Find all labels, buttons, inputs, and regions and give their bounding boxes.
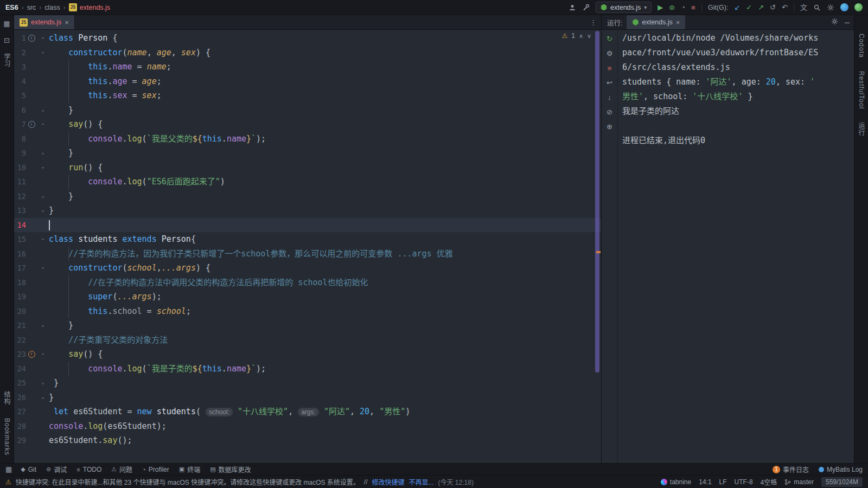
toolwindow-button-TODO[interactable]: ≡TODO — [76, 466, 101, 473]
code-line-10[interactable]: 10▾ run() { — [14, 160, 601, 175]
tabnine-indicator[interactable]: tabnine — [661, 478, 691, 486]
code-with-me-users-icon[interactable] — [569, 4, 576, 11]
code-line-5[interactable]: 5 this.sex = sex; — [14, 88, 601, 103]
next-issue-icon[interactable]: ∨ — [587, 33, 591, 40]
code-line-27[interactable]: 27 let es6Student = new students( school… — [14, 404, 601, 419]
run-tab-extends-js[interactable]: extends.js × — [627, 15, 685, 29]
scroll-to-end-icon[interactable]: ↓ — [608, 94, 611, 101]
commit-toolwindow-icon[interactable]: ⊡ — [4, 36, 10, 44]
debug-button[interactable]: ⊚ — [669, 4, 675, 11]
toolwindow-stripe-结构[interactable]: 结构 — [2, 391, 11, 405]
fold-marker[interactable]: ▴ — [37, 318, 49, 333]
code-line-6[interactable]: 6▴ } — [14, 103, 601, 118]
stop-button[interactable]: ■ — [691, 4, 695, 11]
code-line-9[interactable]: 9▴ } — [14, 146, 601, 160]
code-line-12[interactable]: 12▴ } — [14, 189, 601, 204]
code-line-24[interactable]: 24 console.log(`我是子类的${this.name}`); — [14, 362, 601, 376]
fold-marker[interactable]: ▾ — [37, 232, 49, 247]
vcs-push-button[interactable]: ↗ — [758, 4, 764, 11]
code-line-28[interactable]: 28console.log(es6Student); — [14, 419, 601, 434]
toolwindow-button-MyBatis Log[interactable]: MyBatis Log — [819, 466, 863, 473]
toolwindow-stripe-Bookmarks[interactable]: Bookmarks — [3, 418, 11, 455]
more-tabs-icon[interactable]: ⋮ — [590, 18, 601, 27]
plugin-avatar-icon[interactable] — [854, 3, 863, 11]
fold-marker[interactable]: ▴ — [37, 376, 49, 390]
toolwindow-stripe-运行[interactable]: 运行 — [857, 122, 866, 136]
fold-marker[interactable]: ▾ — [37, 46, 49, 60]
dont-show-again-link[interactable]: 不再显... — [409, 477, 434, 486]
settings-gear-icon[interactable] — [827, 4, 834, 11]
fold-marker[interactable]: ▾ — [37, 347, 49, 362]
fold-marker[interactable]: ▴ — [37, 103, 49, 118]
breadcrumb-project[interactable]: ES6 — [5, 4, 18, 11]
overridden-method-icon[interactable]: ↓ — [26, 31, 37, 46]
status-widget-14:1[interactable]: 14:1 — [699, 478, 711, 486]
code-line-21[interactable]: 21▴ } — [14, 318, 601, 333]
toolwindow-stripe-Codota[interactable]: Codota — [858, 34, 865, 58]
code-line-13[interactable]: 13▴} — [14, 203, 601, 218]
rerun-icon[interactable]: ↻ — [607, 35, 612, 42]
editor-tab-extends-js[interactable]: JS extends.js × — [14, 15, 75, 29]
fold-marker[interactable]: ▾ — [37, 160, 49, 175]
code-line-4[interactable]: 4 this.age = age; — [14, 74, 601, 89]
code-line-29[interactable]: 29es6Student.say(); — [14, 433, 601, 448]
run-output[interactable]: /usr/local/bin/node /Volumes/share/works… — [618, 30, 854, 463]
vcs-update-button[interactable]: ↙ — [734, 4, 740, 11]
translate-icon[interactable]: 文 — [800, 4, 807, 11]
vcs-commit-button[interactable]: ✓ — [746, 4, 752, 11]
code-line-15[interactable]: 15▾class students extends Person{ — [14, 232, 601, 247]
vcs-history-button[interactable]: ↺ — [770, 4, 776, 11]
breadcrumb-class[interactable]: class — [44, 4, 60, 11]
coverage-button[interactable]: ◔ — [681, 4, 685, 11]
code-line-1[interactable]: 1↓▾class Person { — [14, 31, 601, 46]
run-settings-icon[interactable]: ⚙ — [607, 50, 613, 57]
search-everywhere-icon[interactable] — [813, 4, 821, 11]
status-widget-LF[interactable]: LF — [719, 478, 727, 486]
editor-scrollbar-thumb[interactable] — [595, 31, 599, 373]
inspection-widget[interactable]: ⚠1 ∧ ∨ — [561, 32, 591, 40]
fold-marker[interactable]: ▾ — [37, 117, 49, 132]
status-widget-4空格[interactable]: 4空格 — [761, 477, 777, 486]
toolwindow-stripe-学习[interactable]: 学习 — [2, 53, 11, 67]
modify-shortcuts-link[interactable]: 修改快捷键 — [372, 477, 404, 486]
vcs-rollback-button[interactable]: ↶ — [782, 4, 788, 11]
run-button[interactable]: ▶ — [658, 4, 663, 11]
breadcrumb-src[interactable]: src — [27, 4, 36, 11]
prev-issue-icon[interactable]: ∧ — [579, 33, 583, 40]
code-line-18[interactable]: 18 //在子类的构造方法中调用父类的构造方法后再把新增的 school也给初始… — [14, 275, 601, 290]
stop-icon[interactable]: ■ — [608, 65, 612, 72]
git-branch-indicator[interactable]: master — [784, 478, 814, 486]
run-config-selector[interactable]: extends.js ▾ — [596, 2, 652, 13]
code-line-17[interactable]: 17▾ constructor(school,...args) { — [14, 261, 601, 275]
editor[interactable]: 1↓▾class Person {2▾ constructor(name, ag… — [14, 30, 601, 463]
code-line-14[interactable]: 14 — [14, 218, 601, 233]
wrench-icon[interactable] — [582, 4, 590, 11]
toolwindow-stripe-RestfulTool[interactable]: RestfulTool — [858, 71, 865, 109]
fold-marker[interactable]: ▴ — [37, 390, 49, 405]
breadcrumb-file[interactable]: extends.js — [80, 4, 110, 11]
fold-marker[interactable]: ▴ — [37, 203, 49, 218]
close-icon[interactable]: × — [65, 18, 69, 27]
minimize-icon[interactable]: ─ — [845, 18, 850, 27]
toolwindow-button-问题[interactable]: ⚠问题 — [111, 465, 132, 474]
toolwindow-button-事件日志[interactable]: 1事件日志 — [773, 465, 809, 474]
codota-avatar-icon[interactable] — [840, 3, 848, 11]
pin-icon[interactable]: ⊕ — [607, 123, 612, 130]
softwrap-icon[interactable]: ↩ — [607, 79, 612, 86]
close-icon[interactable]: × — [676, 18, 680, 27]
code-line-2[interactable]: 2▾ constructor(name, age, sex) { — [14, 46, 601, 60]
code-line-22[interactable]: 22 //子类重写父类的对象方法 — [14, 333, 601, 348]
toolwindow-button-终端[interactable]: ▣终端 — [179, 465, 200, 474]
code-line-7[interactable]: 7↓▾ say() { — [14, 117, 601, 132]
fold-marker[interactable]: ▾ — [37, 31, 49, 46]
run-panel-settings-icon[interactable] — [831, 18, 838, 27]
fold-marker[interactable]: ▾ — [37, 261, 49, 275]
code-line-26[interactable]: 26▴} — [14, 390, 601, 405]
code-line-25[interactable]: 25▴ } — [14, 376, 601, 390]
clear-all-icon[interactable]: ⊘ — [607, 108, 612, 115]
toolwindow-switcher-icon[interactable]: ▦ — [5, 465, 12, 473]
memory-indicator[interactable]: 559/1024M — [821, 477, 863, 487]
code-line-19[interactable]: 19 super(...args); — [14, 290, 601, 304]
code-line-16[interactable]: 16 //子类的构造方法，因为我们子类只新增了一个school参数，那么可以用之… — [14, 247, 601, 261]
code-line-20[interactable]: 20 this.school = school; — [14, 304, 601, 319]
